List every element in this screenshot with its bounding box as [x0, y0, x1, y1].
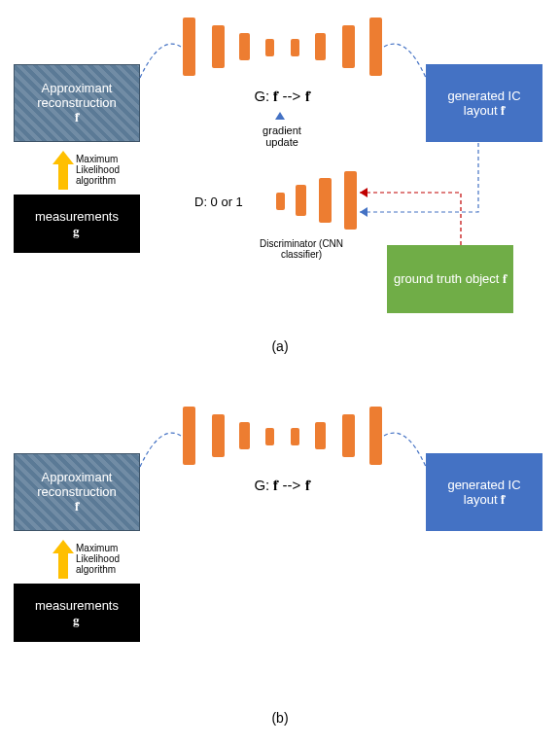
gradient-update-label: gradient update: [248, 124, 316, 148]
panel-caption-b: (b): [0, 710, 560, 726]
generator-label: G: 𝐟̃ --> 𝐟̂: [219, 477, 345, 494]
generator-label: G: 𝐟̃ --> 𝐟̂: [219, 88, 345, 105]
nn-bar: [265, 428, 274, 445]
discriminator-caption: Discriminator (CNN classifier): [238, 238, 365, 260]
ml-label: Maximum Likelihood algorithm: [76, 543, 152, 575]
panel-caption-a: (a): [0, 338, 560, 354]
ml-label: Maximum Likelihood algorithm: [76, 154, 152, 186]
nn-bar: [369, 18, 382, 76]
nn-bar: [239, 422, 250, 449]
measurements-box: measurements 𝐠: [14, 195, 140, 253]
discriminator-output-label: D: 0 or 1: [194, 195, 272, 209]
nn-bar: [291, 428, 299, 445]
measurements-box: measurements 𝐠: [14, 584, 140, 642]
nn-bar: [369, 407, 382, 465]
generated-ic-box: generated IC layout 𝐟̂: [426, 64, 542, 142]
nn-bar: [183, 407, 195, 465]
nn-bar: [319, 178, 332, 223]
generated-ic-box: generated IC layout 𝐟̂: [426, 453, 542, 531]
nn-bar: [344, 171, 357, 230]
ml-arrow-icon: [52, 540, 74, 579]
nn-bar: [291, 39, 299, 56]
triangle-up-icon: [275, 112, 285, 120]
nn-bar: [296, 185, 306, 216]
svg-marker-0: [360, 207, 368, 217]
nn-bar: [212, 25, 225, 68]
nn-bar: [342, 414, 355, 457]
panel-b: Approximant reconstruction 𝐟̃ Maximum Li…: [0, 389, 560, 739]
nn-bar: [315, 33, 326, 60]
nn-bar: [315, 422, 326, 449]
ml-arrow-icon: [52, 151, 74, 190]
panel-a: Approximant reconstruction 𝐟̃ Maximum Li…: [0, 0, 560, 360]
nn-bar: [212, 414, 225, 457]
approx-reconstruction-box: Approximant reconstruction 𝐟̃: [14, 453, 140, 531]
svg-marker-1: [360, 188, 368, 197]
nn-bar: [239, 33, 250, 60]
ground-truth-box: ground truth object 𝐟: [387, 245, 513, 313]
nn-bar: [265, 39, 274, 56]
nn-bar: [183, 18, 195, 76]
approx-reconstruction-box: Approximant reconstruction 𝐟̃: [14, 64, 140, 142]
nn-bar: [342, 25, 355, 68]
nn-bar: [276, 193, 285, 210]
